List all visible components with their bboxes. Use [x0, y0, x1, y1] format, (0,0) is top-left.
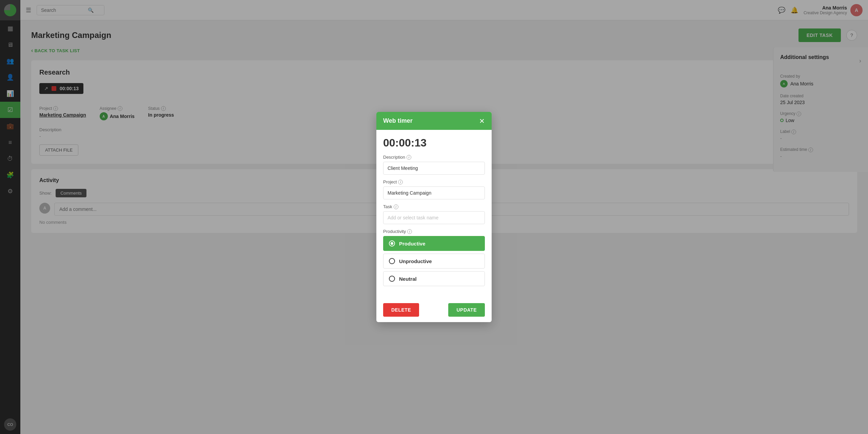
modal-task-label: Task i: [383, 204, 485, 209]
modal-overlay[interactable]: Web timer ✕ 00:00:13 Description i Proje…: [0, 0, 868, 434]
modal-task-input[interactable]: [383, 211, 485, 224]
productivity-neutral-option[interactable]: Neutral: [383, 271, 485, 286]
update-button[interactable]: UPDATE: [448, 303, 485, 317]
neutral-label: Neutral: [399, 276, 417, 282]
productivity-productive-option[interactable]: Productive: [383, 236, 485, 251]
modal-project-input[interactable]: [383, 186, 485, 199]
modal-productivity-group: Productivity i Productive Unproductive N…: [383, 229, 485, 286]
modal-project-label: Project i: [383, 179, 485, 184]
unproductive-radio: [389, 258, 395, 264]
task-info-icon-modal: i: [394, 204, 398, 209]
productivity-unproductive-option[interactable]: Unproductive: [383, 254, 485, 269]
modal-footer: DELETE UPDATE: [376, 298, 492, 322]
modal-header: Web timer ✕: [376, 112, 492, 130]
productive-label: Productive: [399, 241, 426, 246]
delete-button[interactable]: DELETE: [383, 303, 419, 317]
productivity-info-icon: i: [407, 229, 412, 234]
modal-description-label: Description i: [383, 155, 485, 160]
modal-body: 00:00:13 Description i Project i: [376, 130, 492, 298]
modal-description-input[interactable]: [383, 162, 485, 175]
web-timer-modal: Web timer ✕ 00:00:13 Description i Proje…: [376, 112, 492, 322]
modal-timer-value: 00:00:13: [383, 137, 485, 149]
unproductive-label: Unproductive: [399, 258, 432, 264]
modal-productivity-label: Productivity i: [383, 229, 485, 234]
modal-project-group: Project i: [383, 179, 485, 199]
modal-close-button[interactable]: ✕: [479, 118, 485, 124]
project-info-icon-modal: i: [398, 180, 403, 184]
neutral-radio: [389, 276, 395, 282]
modal-task-group: Task i: [383, 204, 485, 224]
modal-description-group: Description i: [383, 155, 485, 175]
productive-radio: [389, 240, 395, 246]
description-info-icon: i: [407, 155, 411, 160]
modal-title: Web timer: [383, 117, 413, 124]
